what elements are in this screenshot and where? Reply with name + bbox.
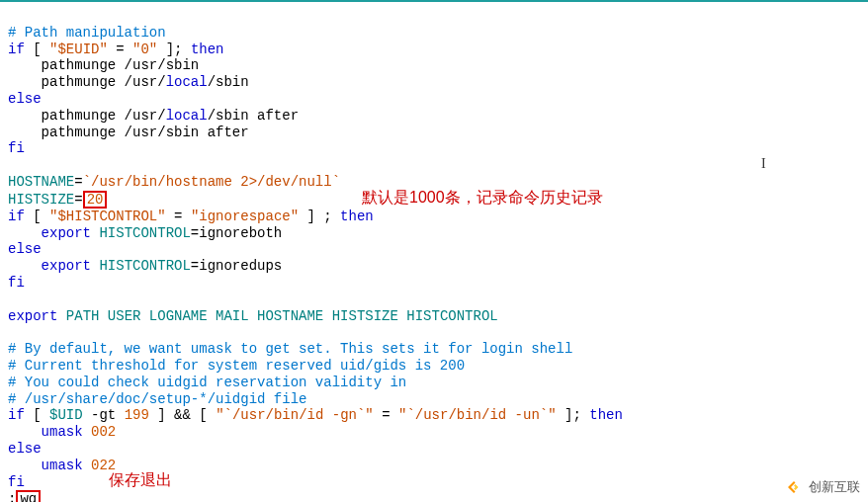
number: 199 [125, 407, 149, 423]
string: "$EUID" [49, 42, 108, 57]
text: = [108, 42, 132, 57]
text: /sbin after [208, 108, 299, 124]
text: pathmunge /usr/ [8, 74, 166, 90]
text-cursor-icon: I [761, 156, 766, 173]
watermark-text: 创新互联 [809, 479, 860, 495]
comment-line: # /usr/share/doc/setup-*/uidgid file [8, 391, 306, 407]
keyword-umask: umask [42, 424, 83, 440]
text: = [74, 174, 82, 190]
annotation-save-exit: 保存退出 [109, 470, 172, 489]
text: ]; [557, 407, 590, 423]
operator-and: && [174, 407, 191, 423]
keyword-if: if [8, 42, 25, 57]
var-histcontrol: HISTCONTROL [99, 225, 190, 241]
string: "$HISTCONTROL" [49, 209, 166, 224]
text: ] [149, 407, 174, 423]
text [8, 424, 42, 440]
text: = [374, 407, 398, 423]
keyword-local: local [166, 74, 208, 90]
watermark: 创新互联 [785, 478, 860, 496]
keyword-export: export [8, 308, 57, 324]
keyword-if: if [8, 407, 25, 423]
var-uid: $UID [49, 407, 83, 423]
keyword-then: then [589, 407, 623, 423]
command-wq: wq [20, 491, 37, 502]
text [57, 308, 65, 324]
keyword-umask: umask [42, 458, 83, 473]
text [83, 424, 91, 440]
keyword-export: export [42, 225, 91, 241]
text: =ignoredups [191, 258, 282, 274]
keyword-fi: fi [8, 474, 25, 490]
highlight-box-wq: wq [16, 490, 41, 502]
string: "`/usr/bin/id -un`" [398, 407, 557, 423]
text: [ [25, 42, 49, 57]
keyword-else: else [8, 441, 42, 457]
keyword-local: local [166, 108, 208, 124]
text: [ [25, 209, 49, 224]
var-list: PATH USER LOGNAME MAIL HOSTNAME HISTSIZE… [66, 308, 498, 324]
text: : [8, 491, 16, 502]
keyword-else: else [8, 241, 42, 257]
text [8, 258, 42, 274]
text: pathmunge /usr/sbin after [8, 125, 249, 140]
text: [ [191, 407, 216, 423]
keyword-fi: fi [8, 275, 25, 291]
text: ]; [157, 42, 191, 57]
text: ] ; [299, 209, 340, 224]
backtick-string: `/usr/bin/hostname 2>/dev/null` [83, 174, 340, 190]
var-histsize: HISTSIZE [8, 192, 74, 208]
text: pathmunge /usr/sbin [8, 57, 199, 73]
keyword-then: then [191, 42, 224, 57]
keyword-export: export [42, 258, 91, 274]
var-hostname: HOSTNAME [8, 174, 74, 190]
text: [ [25, 407, 49, 423]
comment-line: # Path manipulation [8, 25, 166, 41]
text [83, 458, 91, 473]
comment-line: # By default, we want umask to get set. … [8, 341, 572, 357]
keyword-else: else [8, 91, 42, 107]
annotation-histsize: 默认是1000条，记录命令历史记录 [362, 188, 603, 207]
keyword-then: then [340, 209, 374, 224]
text: -gt [83, 407, 125, 423]
keyword-if: if [8, 209, 25, 224]
text: pathmunge /usr/ [8, 108, 166, 124]
string: "0" [132, 42, 157, 57]
comment-line: # You could check uidgid reservation val… [8, 375, 406, 390]
number: 20 [87, 192, 104, 208]
keyword-fi: fi [8, 140, 25, 156]
watermark-logo-icon [785, 478, 803, 496]
number: 002 [91, 424, 116, 440]
highlight-box-histsize: 20 [83, 191, 108, 209]
string: "`/usr/bin/id -gn`" [216, 407, 374, 423]
var-histcontrol: HISTCONTROL [99, 258, 190, 274]
text: =ignoreboth [191, 225, 282, 241]
text: = [74, 192, 82, 208]
code-editor-content: # Path manipulation if [ "$EUID" = "0" ]… [0, 2, 868, 502]
text [8, 225, 42, 241]
comment-line: # Current threshold for system reserved … [8, 358, 465, 374]
text [8, 458, 42, 473]
text: = [166, 209, 191, 224]
string: "ignorespace" [191, 209, 299, 224]
text: /sbin [208, 74, 249, 90]
